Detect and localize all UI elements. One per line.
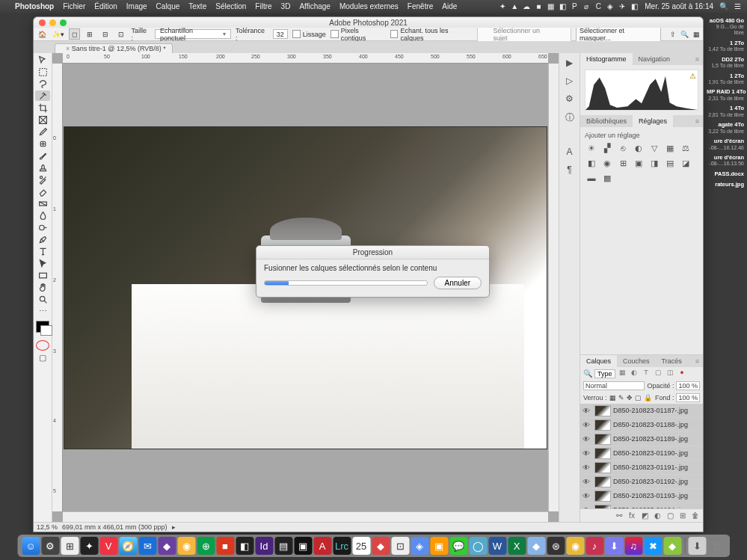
- dock-app[interactable]: ◧: [236, 537, 253, 555]
- exposure-icon[interactable]: ◐: [633, 144, 644, 153]
- blur-tool[interactable]: [35, 210, 50, 221]
- marquee-tool[interactable]: [35, 67, 50, 77]
- layer-thumbnail[interactable]: [594, 434, 611, 445]
- dock-app[interactable]: ■: [216, 537, 234, 555]
- panel-menu-icon[interactable]: ≡: [692, 355, 703, 367]
- control-center-icon[interactable]: ☰: [734, 2, 741, 10]
- status-menu-icon[interactable]: ▸: [172, 523, 176, 531]
- brightness-icon[interactable]: ☀: [586, 144, 597, 153]
- menu-calque[interactable]: Calque: [156, 2, 180, 10]
- lock-position-icon[interactable]: ✥: [627, 394, 633, 401]
- vertical-scrollbar[interactable]: [548, 64, 559, 511]
- visibility-toggle-icon[interactable]: 👁: [580, 449, 592, 458]
- dock-app[interactable]: ✖: [644, 537, 662, 555]
- menu-3d[interactable]: 3D: [281, 2, 291, 10]
- layer-filter-type-dropdown[interactable]: Type: [594, 369, 615, 378]
- eyedropper-tool[interactable]: [35, 126, 50, 137]
- desktop-drive[interactable]: acOS 480 Go9 G…Go de libre: [707, 18, 744, 36]
- layer-style-icon[interactable]: fx: [627, 511, 636, 520]
- dock-mail[interactable]: ✉: [138, 537, 156, 555]
- select-and-mask-button[interactable]: Sélectionner et masquer...: [576, 25, 661, 43]
- menubar-clock[interactable]: Mer. 25 août à 16:14: [645, 2, 713, 10]
- document-dimensions[interactable]: 699,01 mm x 466,01 mm (300 ppp): [62, 523, 167, 531]
- visibility-toggle-icon[interactable]: 👁: [580, 407, 592, 415]
- selection-intersect-icon[interactable]: ⊡: [116, 28, 127, 40]
- dock-app[interactable]: ⬇: [605, 537, 623, 555]
- dock-finder[interactable]: ☺: [22, 537, 40, 555]
- layer-item[interactable]: 👁D850-210823-01192-.jpg: [580, 475, 703, 489]
- filter-type-icon[interactable]: T: [642, 369, 651, 378]
- channel-mixer-icon[interactable]: ⊞: [618, 159, 628, 168]
- hand-tool[interactable]: [35, 282, 50, 292]
- share-icon[interactable]: ⇧: [670, 31, 676, 38]
- ruler-vertical[interactable]: 0 1 2 3 4 5: [52, 64, 63, 511]
- dock-app[interactable]: ◆: [527, 537, 545, 555]
- history-brush-tool[interactable]: [35, 174, 50, 185]
- dock-app[interactable]: ⊡: [391, 537, 409, 555]
- layer-thumbnail[interactable]: [594, 462, 611, 473]
- dock-calendar[interactable]: 25: [352, 537, 370, 555]
- search-icon[interactable]: 🔍: [583, 369, 592, 378]
- character-panel-icon[interactable]: A: [566, 147, 572, 157]
- filter-adjust-icon[interactable]: ◐: [630, 369, 639, 378]
- color-lookup-icon[interactable]: ▣: [633, 159, 644, 168]
- dock-app[interactable]: ◆: [663, 537, 681, 555]
- dock-app[interactable]: ♪: [585, 537, 603, 555]
- tab-paths[interactable]: Tracés: [656, 355, 688, 367]
- healing-brush-tool[interactable]: [35, 138, 50, 149]
- adjustment-layer-icon[interactable]: ◐: [653, 511, 662, 520]
- delete-layer-icon[interactable]: 🗑: [691, 511, 700, 520]
- dock-messages[interactable]: 💬: [449, 537, 467, 555]
- dock-app[interactable]: ▤: [274, 537, 292, 555]
- dock-app[interactable]: ⊛: [547, 537, 565, 555]
- dock-settings[interactable]: ⚙: [41, 537, 59, 555]
- close-tab-icon[interactable]: ×: [66, 45, 70, 52]
- selective-color-icon[interactable]: ▩: [602, 173, 612, 183]
- lock-artboard-icon[interactable]: ▢: [635, 394, 642, 401]
- filter-smart-icon[interactable]: ◫: [665, 369, 675, 378]
- menu-affichage[interactable]: Affichage: [299, 2, 331, 10]
- panel-menu-icon[interactable]: ≡: [692, 53, 703, 65]
- dock-app[interactable]: ▣: [430, 537, 448, 555]
- visibility-toggle-icon[interactable]: 👁: [580, 492, 592, 500]
- magic-wand-tool[interactable]: [35, 90, 50, 101]
- histogram-warning-icon[interactable]: ⚠: [689, 72, 696, 80]
- posterize-icon[interactable]: ▤: [665, 159, 675, 168]
- layer-thumbnail[interactable]: [594, 405, 611, 416]
- pen-tool[interactable]: [35, 234, 50, 244]
- menu-filtre[interactable]: Filtre: [255, 2, 271, 10]
- filter-toggle[interactable]: ●: [677, 369, 687, 378]
- sample-size-dropdown[interactable]: Echantillon ponctuel: [155, 29, 231, 39]
- opacity-input[interactable]: 100 %: [676, 381, 700, 390]
- layer-item[interactable]: 👁D850-210823-01194-.jpg: [580, 503, 703, 508]
- filter-shape-icon[interactable]: ▢: [654, 369, 663, 378]
- crop-tool[interactable]: [35, 102, 50, 113]
- new-layer-icon[interactable]: ⊞: [678, 511, 687, 520]
- brush-tool[interactable]: [35, 150, 50, 161]
- group-icon[interactable]: ▢: [665, 511, 674, 520]
- visibility-toggle-icon[interactable]: 👁: [580, 421, 592, 429]
- desktop-drive[interactable]: DD2 2To1,5 To de libre: [707, 57, 744, 69]
- dock-lightroom[interactable]: Lrc: [333, 537, 351, 555]
- filter-pixel-icon[interactable]: ▦: [618, 369, 627, 378]
- layer-mask-icon[interactable]: ◩: [640, 511, 649, 520]
- dock-excel[interactable]: X: [508, 537, 526, 555]
- menu-aide[interactable]: Aide: [442, 2, 457, 10]
- dock-indesign[interactable]: Id: [255, 537, 273, 555]
- gradient-map-icon[interactable]: ▬: [586, 173, 597, 183]
- visibility-toggle-icon[interactable]: 👁: [580, 435, 592, 443]
- layer-thumbnail[interactable]: [594, 490, 611, 502]
- home-icon[interactable]: 🏠: [37, 28, 48, 40]
- desktop-drive[interactable]: agate 4To3,22 To de libre: [707, 122, 744, 134]
- wand-preset-icon[interactable]: ✨▾: [52, 31, 64, 38]
- dock-app[interactable]: ⊕: [197, 537, 215, 555]
- menu-modules[interactable]: Modules externes: [339, 2, 399, 10]
- lasso-tool[interactable]: [35, 79, 50, 89]
- ruler-horizontal[interactable]: 0 50 100 150 200 250 300 350 400 450 500…: [63, 53, 548, 64]
- layer-item[interactable]: 👁D850-210823-01189-.jpg: [580, 432, 703, 446]
- path-selection-tool[interactable]: [35, 258, 50, 268]
- dock-app[interactable]: ◉: [177, 537, 195, 555]
- color-panel-icon[interactable]: ▶: [566, 58, 573, 68]
- frame-tool[interactable]: [35, 114, 50, 125]
- layer-thumbnail[interactable]: [594, 476, 611, 487]
